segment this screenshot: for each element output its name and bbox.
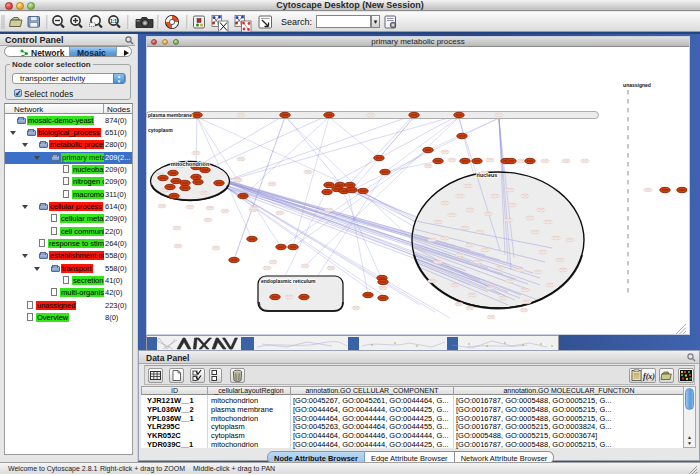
svg-text:unassigned: unassigned	[623, 82, 651, 88]
svg-text:endoplasmic reticulum: endoplasmic reticulum	[261, 278, 316, 284]
svg-text:1:1: 1:1	[110, 18, 117, 24]
svg-text:f(x): f(x)	[643, 372, 655, 381]
svg-text:mitochondrion: mitochondrion	[171, 161, 210, 167]
svg-text:cytoplasm: cytoplasm	[148, 127, 173, 133]
svg-text:plasma membrane: plasma membrane	[148, 112, 192, 118]
svg-text:nucleus: nucleus	[477, 172, 498, 178]
